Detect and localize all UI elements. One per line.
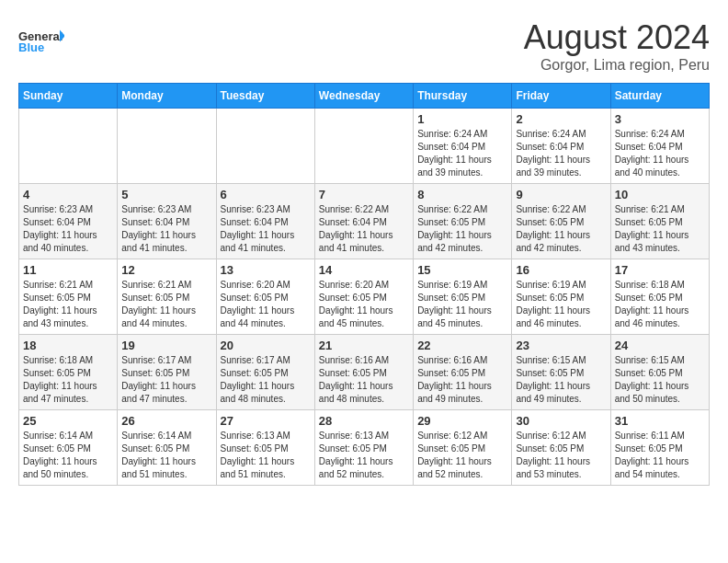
day-number-2-0: 11: [23, 263, 113, 277]
week-row-1: 4Sunrise: 6:23 AM Sunset: 6:04 PM Daylig…: [19, 184, 710, 259]
day-info-1-1: Sunrise: 6:23 AM Sunset: 6:04 PM Dayligh…: [121, 203, 211, 255]
day-cell-2-1: 12Sunrise: 6:21 AM Sunset: 6:05 PM Dayli…: [118, 259, 216, 335]
day-cell-3-3: 21Sunrise: 6:16 AM Sunset: 6:05 PM Dayli…: [314, 335, 413, 410]
day-number-1-2: 6: [221, 188, 311, 201]
header: General Blue August 2024 Gorgor, Lima re…: [18, 18, 710, 74]
day-cell-3-5: 23Sunrise: 6:15 AM Sunset: 6:05 PM Dayli…: [512, 335, 610, 410]
day-info-3-4: Sunrise: 6:16 AM Sunset: 6:05 PM Dayligh…: [417, 354, 507, 406]
day-info-0-6: Sunrise: 6:24 AM Sunset: 6:04 PM Dayligh…: [615, 128, 705, 179]
day-info-3-0: Sunrise: 6:18 AM Sunset: 6:05 PM Dayligh…: [23, 354, 113, 406]
day-cell-0-4: 1Sunrise: 6:24 AM Sunset: 6:04 PM Daylig…: [414, 109, 512, 184]
day-number-0-6: 3: [615, 112, 705, 126]
day-info-1-5: Sunrise: 6:22 AM Sunset: 6:05 PM Dayligh…: [516, 203, 606, 255]
day-info-3-1: Sunrise: 6:17 AM Sunset: 6:05 PM Dayligh…: [121, 354, 211, 406]
header-friday: Friday: [512, 84, 610, 109]
day-cell-0-5: 2Sunrise: 6:24 AM Sunset: 6:04 PM Daylig…: [512, 109, 610, 184]
day-cell-2-3: 14Sunrise: 6:20 AM Sunset: 6:05 PM Dayli…: [314, 259, 413, 335]
day-number-1-0: 4: [23, 188, 113, 201]
day-cell-0-0: [19, 109, 118, 184]
day-info-4-2: Sunrise: 6:13 AM Sunset: 6:05 PM Dayligh…: [221, 430, 311, 481]
day-info-3-6: Sunrise: 6:15 AM Sunset: 6:05 PM Dayligh…: [615, 354, 705, 406]
day-cell-1-1: 5Sunrise: 6:23 AM Sunset: 6:04 PM Daylig…: [118, 184, 216, 259]
day-cell-4-4: 29Sunrise: 6:12 AM Sunset: 6:05 PM Dayli…: [414, 410, 512, 486]
day-number-4-1: 26: [121, 414, 211, 428]
day-cell-1-3: 7Sunrise: 6:22 AM Sunset: 6:04 PM Daylig…: [314, 184, 413, 259]
header-monday: Monday: [118, 84, 216, 109]
day-cell-2-6: 17Sunrise: 6:18 AM Sunset: 6:05 PM Dayli…: [610, 259, 709, 335]
calendar-body: 1Sunrise: 6:24 AM Sunset: 6:04 PM Daylig…: [19, 109, 710, 486]
day-number-2-3: 14: [319, 263, 409, 277]
day-info-4-5: Sunrise: 6:12 AM Sunset: 6:05 PM Dayligh…: [516, 430, 606, 481]
day-number-3-4: 22: [417, 339, 507, 352]
day-number-4-2: 27: [221, 414, 311, 428]
day-info-3-2: Sunrise: 6:17 AM Sunset: 6:05 PM Dayligh…: [221, 354, 311, 406]
weekday-row: Sunday Monday Tuesday Wednesday Thursday…: [19, 84, 710, 109]
day-info-3-3: Sunrise: 6:16 AM Sunset: 6:05 PM Dayligh…: [319, 354, 409, 406]
logo-svg: General Blue: [18, 18, 64, 64]
header-sunday: Sunday: [19, 84, 118, 109]
day-info-4-3: Sunrise: 6:13 AM Sunset: 6:05 PM Dayligh…: [319, 430, 409, 481]
day-cell-4-3: 28Sunrise: 6:13 AM Sunset: 6:05 PM Dayli…: [314, 410, 413, 486]
day-number-2-2: 13: [221, 263, 311, 277]
day-info-4-4: Sunrise: 6:12 AM Sunset: 6:05 PM Dayligh…: [417, 430, 507, 481]
day-cell-3-6: 24Sunrise: 6:15 AM Sunset: 6:05 PM Dayli…: [610, 335, 709, 410]
day-number-1-4: 8: [417, 188, 507, 201]
day-cell-0-3: [314, 109, 413, 184]
day-number-1-1: 5: [121, 188, 211, 201]
day-number-0-5: 2: [516, 112, 606, 126]
day-cell-3-2: 20Sunrise: 6:17 AM Sunset: 6:05 PM Dayli…: [216, 335, 314, 410]
day-info-4-6: Sunrise: 6:11 AM Sunset: 6:05 PM Dayligh…: [615, 430, 705, 481]
header-thursday: Thursday: [414, 84, 512, 109]
day-info-1-6: Sunrise: 6:21 AM Sunset: 6:05 PM Dayligh…: [615, 203, 705, 255]
day-number-1-3: 7: [319, 188, 409, 201]
day-cell-1-4: 8Sunrise: 6:22 AM Sunset: 6:05 PM Daylig…: [414, 184, 512, 259]
day-number-1-5: 9: [516, 188, 606, 201]
title-area: August 2024 Gorgor, Lima region, Peru: [524, 18, 710, 74]
day-cell-2-2: 13Sunrise: 6:20 AM Sunset: 6:05 PM Dayli…: [216, 259, 314, 335]
day-info-2-1: Sunrise: 6:21 AM Sunset: 6:05 PM Dayligh…: [121, 279, 211, 330]
logo: General Blue: [18, 18, 64, 64]
day-cell-4-5: 30Sunrise: 6:12 AM Sunset: 6:05 PM Dayli…: [512, 410, 610, 486]
location-title: Gorgor, Lima region, Peru: [524, 57, 710, 74]
calendar-table: Sunday Monday Tuesday Wednesday Thursday…: [18, 83, 710, 486]
day-number-4-6: 31: [615, 414, 705, 428]
day-number-4-4: 29: [417, 414, 507, 428]
day-cell-4-0: 25Sunrise: 6:14 AM Sunset: 6:05 PM Dayli…: [19, 410, 118, 486]
day-number-3-0: 18: [23, 339, 113, 352]
header-tuesday: Tuesday: [216, 84, 314, 109]
day-info-1-4: Sunrise: 6:22 AM Sunset: 6:05 PM Dayligh…: [417, 203, 507, 255]
day-info-3-5: Sunrise: 6:15 AM Sunset: 6:05 PM Dayligh…: [516, 354, 606, 406]
day-number-3-3: 21: [319, 339, 409, 352]
header-saturday: Saturday: [610, 84, 709, 109]
day-number-0-4: 1: [417, 112, 507, 126]
day-info-2-4: Sunrise: 6:19 AM Sunset: 6:05 PM Dayligh…: [417, 279, 507, 330]
day-cell-2-0: 11Sunrise: 6:21 AM Sunset: 6:05 PM Dayli…: [19, 259, 118, 335]
day-cell-1-2: 6Sunrise: 6:23 AM Sunset: 6:04 PM Daylig…: [216, 184, 314, 259]
day-number-4-3: 28: [319, 414, 409, 428]
day-info-2-2: Sunrise: 6:20 AM Sunset: 6:05 PM Dayligh…: [221, 279, 311, 330]
day-cell-3-0: 18Sunrise: 6:18 AM Sunset: 6:05 PM Dayli…: [19, 335, 118, 410]
day-number-4-0: 25: [23, 414, 113, 428]
day-info-2-6: Sunrise: 6:18 AM Sunset: 6:05 PM Dayligh…: [615, 279, 705, 330]
day-info-1-0: Sunrise: 6:23 AM Sunset: 6:04 PM Dayligh…: [23, 203, 113, 255]
day-cell-1-6: 10Sunrise: 6:21 AM Sunset: 6:05 PM Dayli…: [610, 184, 709, 259]
day-number-1-6: 10: [615, 188, 705, 201]
day-cell-3-1: 19Sunrise: 6:17 AM Sunset: 6:05 PM Dayli…: [118, 335, 216, 410]
week-row-3: 18Sunrise: 6:18 AM Sunset: 6:05 PM Dayli…: [19, 335, 710, 410]
day-cell-0-6: 3Sunrise: 6:24 AM Sunset: 6:04 PM Daylig…: [610, 109, 709, 184]
day-info-0-5: Sunrise: 6:24 AM Sunset: 6:04 PM Dayligh…: [516, 128, 606, 179]
day-cell-4-6: 31Sunrise: 6:11 AM Sunset: 6:05 PM Dayli…: [610, 410, 709, 486]
day-number-3-5: 23: [516, 339, 606, 352]
day-cell-2-4: 15Sunrise: 6:19 AM Sunset: 6:05 PM Dayli…: [414, 259, 512, 335]
day-cell-2-5: 16Sunrise: 6:19 AM Sunset: 6:05 PM Dayli…: [512, 259, 610, 335]
day-number-2-1: 12: [121, 263, 211, 277]
day-info-2-3: Sunrise: 6:20 AM Sunset: 6:05 PM Dayligh…: [319, 279, 409, 330]
month-title: August 2024: [524, 18, 710, 57]
calendar-header: Sunday Monday Tuesday Wednesday Thursday…: [19, 84, 710, 109]
day-cell-1-5: 9Sunrise: 6:22 AM Sunset: 6:05 PM Daylig…: [512, 184, 610, 259]
day-cell-4-1: 26Sunrise: 6:14 AM Sunset: 6:05 PM Dayli…: [118, 410, 216, 486]
week-row-0: 1Sunrise: 6:24 AM Sunset: 6:04 PM Daylig…: [19, 109, 710, 184]
day-number-4-5: 30: [516, 414, 606, 428]
day-cell-4-2: 27Sunrise: 6:13 AM Sunset: 6:05 PM Dayli…: [216, 410, 314, 486]
day-info-4-0: Sunrise: 6:14 AM Sunset: 6:05 PM Dayligh…: [23, 430, 113, 481]
